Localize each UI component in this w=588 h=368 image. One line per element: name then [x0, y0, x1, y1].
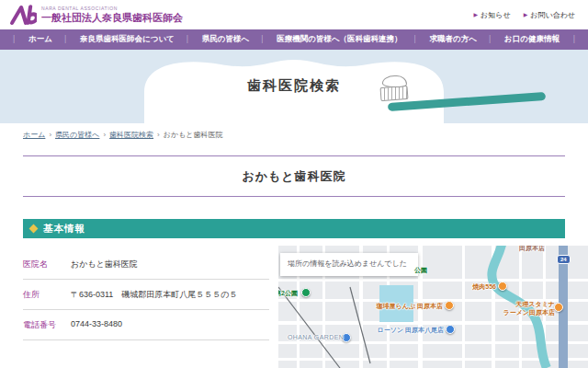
- breadcrumb-home[interactable]: ホーム: [23, 130, 45, 140]
- table-row: 住所 〒636-0311 磯城郡田原本町八尾５５５の５: [23, 280, 269, 310]
- news-link[interactable]: ▶ お知らせ: [473, 10, 510, 20]
- breadcrumb-separator: ›: [49, 131, 51, 139]
- google-map-embed[interactable]: 場所の情報を読み込めませんでした 24 第2公園 公園 焼肉556 珈琲屋らんぷ…: [278, 246, 588, 368]
- breadcrumb-current-page: おかもと歯科医院: [164, 130, 223, 140]
- toothpaste-illustration: [382, 75, 407, 87]
- nav-item-medical-institutions[interactable]: 医療機関の皆様へ（医科歯科連携）: [263, 34, 415, 45]
- news-link-label: お知らせ: [481, 10, 511, 20]
- nav-item-residents[interactable]: 県民の皆様へ: [188, 34, 263, 45]
- dental-association-logo-icon: [9, 4, 37, 27]
- map-label-tenri-stamina-ramen[interactable]: 天理スタミナ ラーメン田原本店: [503, 300, 556, 316]
- nav-item-job-seekers[interactable]: 求職者の方へ: [416, 34, 491, 45]
- address-label: 住所: [23, 289, 71, 301]
- header-utility-links: ▶ お知らせ ▶ お問い合わせ: [473, 10, 575, 20]
- hero-title: 歯科医院検索: [0, 77, 588, 95]
- map-label-park[interactable]: 公園: [414, 266, 427, 275]
- restaurant-marker-icon[interactable]: [445, 301, 454, 310]
- clinic-info-table: 医院名 おかもと歯科医院 住所 〒636-0311 磯城郡田原本町八尾５５５の５…: [23, 249, 269, 340]
- main-navigation: ホーム 奈良県歯科医師会について 県民の皆様へ 医療機関の皆様へ（医科歯科連携）…: [0, 29, 588, 50]
- nav-item-oral-health[interactable]: お口の健康情報: [491, 34, 573, 45]
- clinic-name-value: おかもと歯科医院: [71, 259, 138, 270]
- map-label-park2[interactable]: 第2公園: [278, 289, 298, 298]
- map-label-line1: 天理スタミナ: [515, 301, 555, 307]
- breadcrumb-residents[interactable]: 県民の皆様へ: [55, 130, 99, 140]
- breadcrumb-clinic-search[interactable]: 歯科医院検索: [109, 130, 153, 140]
- contact-link[interactable]: ▶ お問い合わせ: [524, 10, 575, 20]
- map-error-message: 場所の情報を読み込めませんでした: [280, 253, 418, 276]
- breadcrumb-separator: ›: [103, 131, 106, 139]
- diamond-icon: [29, 224, 39, 234]
- address-value: 〒636-0311 磯城郡田原本町八尾５５５の５: [71, 289, 238, 301]
- map-railway-line: [350, 287, 370, 363]
- park-marker-icon[interactable]: [301, 288, 311, 297]
- route-shield: 24: [557, 255, 571, 264]
- nav-item-about[interactable]: 奈良県歯科医師会について: [66, 34, 188, 45]
- play-arrow-icon: ▶: [524, 12, 528, 17]
- breadcrumb-separator: ›: [157, 131, 160, 139]
- phone-value: 0744-33-8480: [71, 319, 122, 331]
- map-label-yakiniku556[interactable]: 焼肉556: [472, 282, 496, 292]
- clinic-name-label: 医院名: [23, 259, 71, 270]
- map-railway-line: [278, 287, 340, 368]
- map-label-coffee-shop[interactable]: 珈琲屋らんぷ 田原本店: [377, 302, 443, 311]
- logo-english-name: NARA DENTAL ASSOCIATION: [41, 6, 183, 12]
- logo-japanese-name: 一般社団法人奈良県歯科医師会: [41, 12, 183, 24]
- restaurant-marker-icon[interactable]: [498, 282, 507, 291]
- page-title: おかもと歯科医院: [23, 155, 565, 197]
- map-label-partial[interactable]: 田原本店: [519, 246, 545, 253]
- hero-banner: 歯科医院検索: [0, 50, 588, 123]
- site-logo[interactable]: NARA DENTAL ASSOCIATION 一般社団法人奈良県歯科医師会: [9, 4, 183, 27]
- basic-info-heading: 基本情報: [43, 223, 85, 236]
- play-arrow-icon: ▶: [473, 12, 478, 17]
- map-label-ohana-garden[interactable]: OHANA GARDEN: [288, 334, 344, 340]
- contact-link-label: お問い合わせ: [530, 10, 575, 20]
- nav-item-home[interactable]: ホーム: [15, 34, 66, 45]
- toothbrush-bristles-illustration: [380, 86, 409, 101]
- store-marker-icon[interactable]: [446, 325, 455, 334]
- site-header: NARA DENTAL ASSOCIATION 一般社団法人奈良県歯科医師会 ▶…: [0, 0, 588, 29]
- table-row: 医院名 おかもと歯科医院: [23, 249, 269, 280]
- restaurant-marker-icon[interactable]: [554, 303, 563, 312]
- table-row: 電話番号 0744-33-8480: [23, 310, 269, 340]
- basic-info-content: 医院名 おかもと歯科医院 住所 〒636-0311 磯城郡田原本町八尾５５５の５…: [0, 246, 588, 368]
- basic-info-section-header: 基本情報: [23, 219, 565, 238]
- breadcrumb: ホーム › 県民の皆様へ › 歯科医院検索 › おかもと歯科医院: [23, 130, 588, 140]
- phone-label: 電話番号: [23, 319, 71, 331]
- map-label-line2: ラーメン田原本店: [503, 309, 556, 316]
- map-label-lawson[interactable]: ローソン 田原本八尾店: [378, 326, 444, 335]
